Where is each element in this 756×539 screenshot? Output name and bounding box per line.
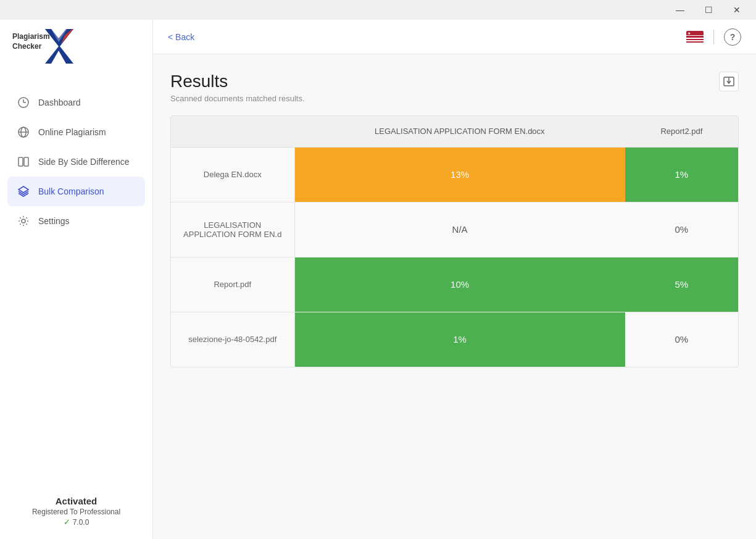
svg-point-10	[22, 219, 25, 223]
version-label: ✓ 7.0.0	[12, 517, 140, 527]
sidebar-bottom: Activated Registered To Professional ✓ 7…	[0, 483, 152, 539]
activation-status: Activated	[12, 496, 140, 506]
cell-bar-1-0: N/A	[295, 203, 625, 257]
cell-3-0[interactable]: 1%	[294, 312, 625, 367]
logo-line2: Checker	[12, 42, 41, 51]
cell-3-1[interactable]: 0%	[625, 312, 738, 367]
row-label-1: LEGALISATION APPLICATION FORM EN.d	[171, 202, 294, 257]
registered-label: Registered To Professional	[12, 508, 140, 516]
svg-rect-8	[24, 157, 28, 166]
table-row: selezione-jo-48-0542.pdf 1% 0%	[171, 312, 738, 367]
help-button[interactable]: ?	[724, 28, 741, 46]
minimize-button[interactable]: —	[666, 0, 694, 20]
results-table-wrapper: LEGALISATION APPLICATION FORM EN.docx Re…	[170, 115, 739, 367]
logo-x-icon	[40, 29, 74, 66]
maximize-button[interactable]: ☐	[694, 0, 723, 20]
row-label-0: Delega EN.docx	[171, 147, 294, 202]
main-content: < Back ★ ?	[153, 20, 756, 539]
table-row: Delega EN.docx 13% 1%	[171, 147, 738, 202]
results-area: Results Scanned documents matched result…	[153, 54, 756, 539]
sidebar: Plagiarism Checker	[0, 20, 153, 539]
online-plagiarism-label: Online Plagiarism	[38, 127, 106, 137]
cell-bar-2-0: 10%	[295, 257, 625, 312]
sidebar-item-online-plagiarism[interactable]: Online Plagiarism	[7, 117, 145, 147]
row-label-3: selezione-jo-48-0542.pdf	[171, 312, 294, 367]
language-flag[interactable]: ★	[686, 31, 704, 43]
col-header-empty	[171, 116, 294, 147]
cell-bar-3-1: 0%	[625, 312, 738, 367]
cell-bar-0-0: 13%	[295, 148, 625, 202]
cell-1-0[interactable]: N/A	[294, 202, 625, 257]
app-body: Plagiarism Checker	[0, 20, 756, 539]
title-bar: — ☐ ✕	[0, 0, 756, 20]
side-by-side-label: Side By Side Difference	[38, 157, 130, 167]
gear-icon	[17, 215, 30, 227]
results-header: Results Scanned documents matched result…	[170, 72, 739, 103]
sidebar-nav: Dashboard Online Plagiarism	[0, 88, 152, 236]
export-button[interactable]	[719, 72, 739, 91]
cell-2-1[interactable]: 5%	[625, 257, 738, 312]
check-icon: ✓	[64, 517, 70, 527]
sidebyside-icon	[17, 156, 30, 168]
sidebar-item-side-by-side[interactable]: Side By Side Difference	[7, 147, 145, 177]
dashboard-icon	[17, 96, 30, 109]
cell-bar-2-1: 5%	[625, 257, 738, 312]
cell-bar-0-1: 1%	[625, 148, 738, 202]
results-title: Results	[170, 72, 305, 91]
sidebar-item-dashboard[interactable]: Dashboard	[7, 88, 145, 117]
table-header-row: LEGALISATION APPLICATION FORM EN.docx Re…	[171, 116, 738, 147]
sidebar-item-settings[interactable]: Settings	[7, 206, 145, 236]
row-label-2: Report.pdf	[171, 257, 294, 312]
top-bar: < Back ★ ?	[153, 20, 756, 54]
cell-0-0[interactable]: 13%	[294, 147, 625, 202]
cell-1-1[interactable]: 0%	[625, 202, 738, 257]
cell-bar-1-1: 0%	[625, 203, 738, 257]
logo-wrapper: Plagiarism Checker	[12, 32, 56, 69]
col-header-2: Report2.pdf	[625, 116, 738, 147]
results-subtitle: Scanned documents matched results.	[170, 94, 305, 103]
cell-bar-3-0: 1%	[295, 312, 625, 367]
table-row: Report.pdf 10% 5%	[171, 257, 738, 312]
back-button[interactable]: < Back	[168, 32, 194, 42]
col-header-1: LEGALISATION APPLICATION FORM EN.docx	[294, 116, 625, 147]
results-title-block: Results Scanned documents matched result…	[170, 72, 305, 103]
close-button[interactable]: ✕	[723, 0, 751, 20]
top-bar-divider	[713, 30, 714, 44]
settings-label: Settings	[38, 216, 70, 226]
results-table: LEGALISATION APPLICATION FORM EN.docx Re…	[171, 116, 738, 367]
globe-icon	[17, 126, 30, 138]
export-icon	[723, 75, 735, 88]
version-number: 7.0.0	[73, 518, 89, 527]
cell-2-0[interactable]: 10%	[294, 257, 625, 312]
sidebar-item-bulk-comparison[interactable]: Bulk Comparison	[7, 177, 145, 206]
table-row: LEGALISATION APPLICATION FORM EN.d N/A 0…	[171, 202, 738, 257]
dashboard-label: Dashboard	[38, 98, 81, 107]
top-bar-actions: ★ ?	[686, 28, 741, 46]
logo-area: Plagiarism Checker	[0, 20, 152, 88]
bulk-comparison-label: Bulk Comparison	[38, 186, 104, 196]
layers-icon	[17, 185, 30, 198]
cell-0-1[interactable]: 1%	[625, 147, 738, 202]
svg-rect-7	[19, 157, 23, 166]
svg-marker-9	[19, 186, 28, 193]
